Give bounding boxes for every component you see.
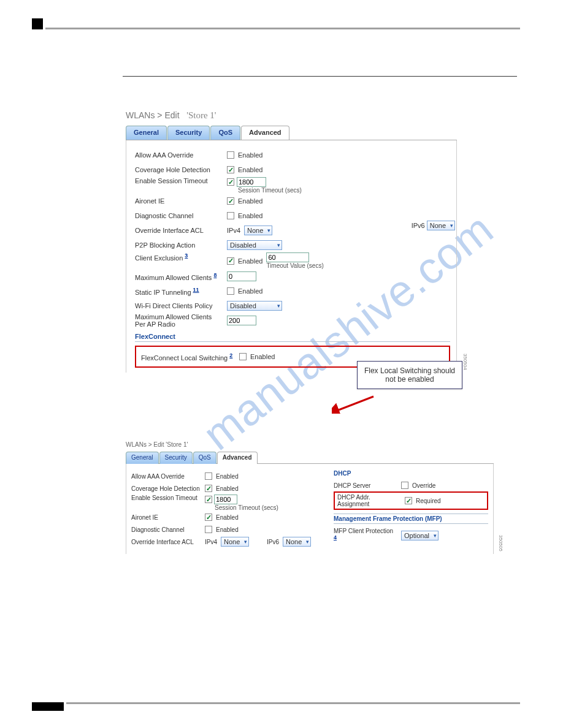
tab-security[interactable]: Security (167, 126, 210, 140)
tab-qos[interactable]: QoS (210, 126, 240, 140)
session-timeout-sublabel: Session Timeout (secs) (215, 504, 278, 511)
document-page: manualshive.com WLANs > Edit 'Store 1' G… (0, 0, 563, 728)
allow-aaa-checkbox[interactable] (227, 151, 234, 159)
tab-general[interactable]: General (126, 452, 159, 464)
max-clients-input[interactable] (227, 271, 256, 281)
session-timeout-input[interactable] (214, 495, 237, 504)
coverage-label: Coverage Hole Detection (131, 485, 205, 492)
session-timeout-label: Enable Session Timeout (135, 177, 227, 184)
callout-box: Flex Local Switching should not be enabl… (357, 361, 462, 389)
dhcp-server-override-text: Override (412, 482, 435, 489)
aironet-checkbox[interactable] (227, 197, 234, 205)
p2p-select[interactable]: Disabled (227, 240, 282, 250)
ipv4-label: IPv4 (205, 539, 217, 545)
header-decoration (32, 18, 520, 29)
client-exclusion-enabled-text: Enabled (238, 257, 262, 265)
figure-1-wlan-edit: WLANs > Edit 'Store 1' General Security … (126, 110, 457, 373)
allow-aaa-enabled-text: Enabled (216, 473, 239, 480)
static-ip-text: Static IP Tunneling (135, 288, 191, 295)
client-exclusion-checkbox[interactable] (227, 257, 234, 265)
breadcrumb-path: WLANs > Edit (126, 110, 180, 120)
dhcp-addr-label: DHCP Addr. Assignment (337, 494, 405, 507)
wifi-direct-label: Wi-Fi Direct Clients Policy (135, 302, 227, 309)
override-acl-label: Override Interface ACL (135, 227, 227, 234)
footer-decoration (32, 702, 520, 711)
coverage-label: Coverage Hole Detection (135, 166, 227, 173)
figure-2-wlan-edit: WLANs > Edit 'Store 1' General Security … (126, 441, 494, 554)
allow-aaa-checkbox[interactable] (205, 472, 212, 480)
static-ip-sup[interactable]: 11 (193, 287, 199, 293)
horizontal-rule (123, 76, 517, 77)
aironet-label: Aironet IE (135, 197, 227, 205)
max-per-ap-input[interactable] (227, 316, 256, 325)
ipv6-label: IPv6 (412, 222, 425, 229)
p2p-label: P2P Blocking Action (135, 241, 227, 249)
tab-qos[interactable]: QoS (193, 452, 216, 464)
coverage-checkbox[interactable] (205, 485, 212, 492)
session-timeout-input[interactable] (237, 177, 266, 187)
coverage-enabled-text: Enabled (216, 485, 239, 492)
static-ip-checkbox[interactable] (227, 287, 234, 295)
dhcp-header: DHCP (334, 470, 488, 477)
tab-advanced[interactable]: Advanced (217, 452, 258, 464)
diagnostic-label: Diagnostic Channel (131, 526, 205, 533)
diagnostic-checkbox[interactable] (227, 212, 234, 219)
tab-general[interactable]: General (126, 126, 167, 140)
max-clients-label: Maximum Allowed Clients 8 (135, 272, 227, 281)
mfp-client-select[interactable]: Optional (401, 531, 439, 540)
ipv4-label: IPv4 (227, 227, 240, 234)
dhcp-server-label: DHCP Server (334, 482, 401, 489)
ipv6-group: IPv6 None (412, 221, 455, 230)
aironet-label: Aironet IE (131, 514, 205, 521)
breadcrumb: WLANs > Edit 'Store 1' (126, 441, 494, 448)
max-clients-text: Maximum Allowed Clients (135, 273, 212, 281)
mfp-client-label: MFP Client Protection 4 (334, 528, 401, 543)
client-exclusion-sup[interactable]: 3 (185, 252, 188, 259)
flex-local-switching-label: FlexConnect Local Switching 2 (141, 352, 239, 362)
allow-aaa-label: Allow AAA Override (135, 151, 227, 159)
override-acl-label: Override Interface ACL (131, 539, 205, 545)
tab-security[interactable]: Security (159, 452, 193, 464)
advanced-form: Allow AAA Override Enabled Coverage Hole… (126, 140, 457, 373)
flex-local-switching-text: FlexConnect Local Switching (141, 354, 228, 361)
footer-gray-line (66, 702, 520, 704)
allow-aaa-label: Allow AAA Override (131, 473, 205, 480)
allow-aaa-enabled-text: Enabled (238, 151, 262, 159)
wifi-direct-select[interactable]: Disabled (227, 301, 282, 311)
session-timeout-checkbox[interactable] (205, 496, 212, 503)
client-exclusion-timeout-sublabel: Timeout Value (secs) (266, 262, 323, 269)
ipv4-select[interactable]: None (221, 537, 249, 547)
svg-line-0 (335, 396, 373, 411)
left-column: Allow AAA Override Enabled Coverage Hole… (131, 470, 315, 548)
max-per-ap-label: Maximum Allowed Clients Per AP Radio (135, 313, 227, 328)
dhcp-addr-checkbox[interactable] (405, 497, 412, 504)
aironet-enabled-text: Enabled (238, 197, 262, 205)
mfp-client-sup[interactable]: 4 (334, 534, 337, 540)
ipv6-label: IPv6 (267, 539, 279, 545)
max-clients-sup[interactable]: 8 (213, 272, 216, 278)
diagnostic-checkbox[interactable] (205, 526, 212, 533)
flexconnect-header: FlexConnect (135, 333, 450, 342)
aironet-checkbox[interactable] (205, 514, 212, 521)
header-gray-line (45, 28, 520, 29)
coverage-checkbox[interactable] (227, 166, 234, 173)
session-timeout-checkbox[interactable] (227, 178, 234, 186)
advanced-form: Allow AAA Override Enabled Coverage Hole… (126, 464, 494, 554)
static-ip-label: Static IP Tunneling 11 (135, 287, 227, 296)
tab-advanced[interactable]: Advanced (241, 126, 289, 140)
ipv6-select[interactable]: None (427, 221, 455, 230)
static-ip-enabled-text: Enabled (238, 287, 262, 295)
flex-local-checkbox[interactable] (239, 353, 247, 360)
coverage-enabled-text: Enabled (238, 166, 262, 173)
figure-id: 350505 (498, 535, 504, 552)
breadcrumb-title: 'Store 1' (186, 110, 216, 120)
figure-id: 350504 (462, 354, 468, 370)
footer-black-box (32, 702, 64, 711)
flex-local-sup[interactable]: 2 (229, 352, 232, 358)
dhcp-server-checkbox[interactable] (401, 482, 408, 489)
client-exclusion-timeout-input[interactable] (266, 252, 309, 262)
tab-bar: General Security QoS Advanced (126, 452, 494, 464)
ipv6-select[interactable]: None (283, 537, 311, 547)
ipv4-select[interactable]: None (244, 226, 272, 235)
aironet-enabled-text: Enabled (216, 514, 239, 521)
